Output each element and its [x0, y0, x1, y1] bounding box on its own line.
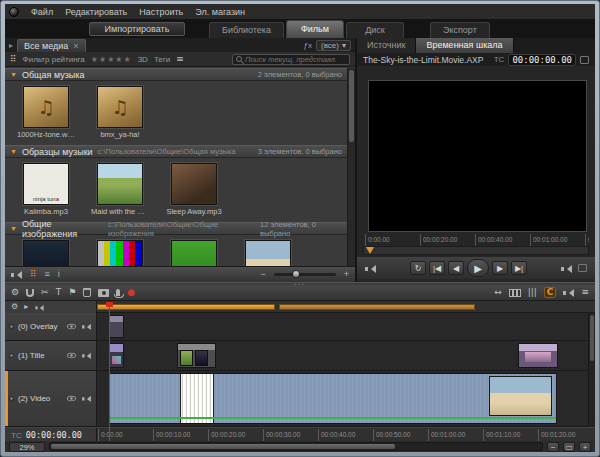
- media-item[interactable]: Sleep Away.mp3: [165, 163, 223, 216]
- list-view-icon[interactable]: ≡: [45, 270, 50, 279]
- volume-icon[interactable]: [561, 264, 572, 273]
- collection-tab-all-media[interactable]: Все медиа ×: [17, 39, 86, 52]
- track-visibility-eye-icon[interactable]: [67, 396, 76, 402]
- thumb-size-plus-icon[interactable]: +: [344, 270, 349, 279]
- collapse-icon[interactable]: ▼: [10, 71, 17, 78]
- preview-audio-icon[interactable]: [11, 270, 22, 279]
- cached-range-segment[interactable]: [97, 304, 275, 310]
- navigate-arrows-icon[interactable]: ↔: [494, 288, 502, 297]
- album-art-thumbnail[interactable]: [97, 163, 143, 205]
- filter-list-icon[interactable]: ≡: [176, 55, 184, 64]
- step-forward-button[interactable]: ▶: [492, 261, 508, 275]
- timeline-vscroll-thumb[interactable]: [590, 315, 594, 361]
- tab-movie[interactable]: Фильм: [286, 20, 344, 38]
- fullscreen-icon[interactable]: [580, 56, 589, 64]
- video-clip[interactable]: [109, 373, 557, 424]
- timeline-horizontal-scrollbar[interactable]: [49, 442, 543, 451]
- marker-flag-icon[interactable]: ⚑: [68, 288, 76, 297]
- track-mute-speaker-icon[interactable]: [82, 395, 91, 402]
- track-master-audio-icon[interactable]: [36, 304, 44, 311]
- media-item[interactable]: [165, 240, 223, 266]
- image-thumbnail[interactable]: [171, 240, 217, 266]
- track-visibility-eye-icon[interactable]: [67, 353, 76, 359]
- fx-filter-icon[interactable]: ƒx: [304, 41, 312, 50]
- menu-edit[interactable]: Редактировать: [65, 7, 127, 17]
- filter-3d-label[interactable]: 3D: [138, 55, 148, 64]
- section-header-common-images[interactable]: ▼ Общие изображения с:\Пользователи\Общи…: [5, 222, 355, 235]
- grid-view-icon[interactable]: ⠿: [30, 270, 37, 279]
- track-header-overlay[interactable]: (0) Overlay: [5, 313, 97, 340]
- thumb-size-slider[interactable]: [274, 273, 336, 276]
- track-expand-icon[interactable]: ▸: [24, 303, 28, 311]
- track-body-overlay[interactable]: [97, 313, 595, 340]
- trash-icon[interactable]: [83, 288, 91, 297]
- track-body-title[interactable]: [97, 341, 595, 370]
- section-header-sample-music[interactable]: ▼ Образцы музыки с:\Пользователи\Общие\О…: [5, 145, 355, 158]
- audio-mixer-icon[interactable]: |||: [528, 288, 537, 297]
- library-scrollbar-thumb[interactable]: [349, 70, 354, 142]
- tab-export[interactable]: Экспорт: [430, 22, 490, 38]
- track-body-video[interactable]: [97, 371, 595, 426]
- cached-range-segment[interactable]: [279, 304, 475, 310]
- image-thumbnail[interactable]: [97, 240, 143, 266]
- step-back-button[interactable]: ◀: [448, 261, 464, 275]
- image-thumbnail[interactable]: [245, 240, 291, 266]
- menu-file[interactable]: Файл: [31, 7, 53, 17]
- audio-thumbnail[interactable]: [97, 86, 143, 128]
- preview-timecode[interactable]: 00:00:00.00: [508, 54, 576, 66]
- tab-source[interactable]: Источник: [357, 38, 416, 53]
- timeline-playhead[interactable]: [109, 302, 110, 441]
- title-tool-icon[interactable]: T: [56, 288, 62, 297]
- timeline-volume-icon[interactable]: [563, 288, 574, 297]
- zoom-out-button[interactable]: −: [547, 442, 559, 452]
- image-thumbnail[interactable]: [23, 240, 69, 266]
- overlay-clip[interactable]: [109, 315, 124, 338]
- voiceover-mic-icon[interactable]: [116, 289, 120, 296]
- track-mute-speaker-icon[interactable]: [82, 352, 91, 359]
- video-clip-photo-section[interactable]: [489, 376, 552, 416]
- video-preview-area[interactable]: [368, 80, 587, 232]
- menu-store[interactable]: Эл. магазин: [195, 7, 245, 17]
- track-status-led[interactable]: [9, 353, 14, 358]
- thumb-size-slider-knob[interactable]: [292, 270, 300, 278]
- timeline-ruler[interactable]: ТС 00:00:00.00 0:00.00 00:00:10.00 00:00…: [5, 427, 595, 441]
- loop-button[interactable]: ↻: [410, 261, 426, 275]
- filter-tags-label[interactable]: Теги: [154, 55, 170, 64]
- media-item[interactable]: [91, 240, 149, 266]
- timeline-menu-icon[interactable]: ≡: [581, 288, 589, 297]
- audio-thumbnail[interactable]: [23, 86, 69, 128]
- title-clip[interactable]: [177, 343, 216, 368]
- title-clip[interactable]: [109, 343, 124, 368]
- tab-disc[interactable]: Диск: [346, 22, 404, 38]
- track-visibility-eye-icon[interactable]: [67, 324, 76, 330]
- play-button[interactable]: ▶: [467, 259, 489, 277]
- section-header-common-music[interactable]: ▼ Общая музыка 2 элементов, 0 выбрано: [5, 68, 355, 81]
- zoom-in-button[interactable]: +: [579, 442, 591, 452]
- track-status-led[interactable]: [9, 324, 14, 329]
- app-icon[interactable]: [9, 7, 19, 17]
- fullscreen-toggle-icon[interactable]: [578, 264, 587, 272]
- menu-setup[interactable]: Настроить: [139, 7, 183, 17]
- preview-playhead-marker[interactable]: [366, 247, 374, 254]
- search-input[interactable]: [245, 55, 346, 64]
- record-marker-icon[interactable]: ●: [127, 288, 135, 297]
- view-mode-icon[interactable]: ⠿: [10, 55, 17, 64]
- timeline-hscroll-thumb[interactable]: [51, 444, 395, 449]
- razor-icon[interactable]: ✂: [41, 288, 49, 297]
- zoom-fit-button[interactable]: ▭: [563, 442, 575, 452]
- timeline-zoom-level[interactable]: 29%: [9, 442, 45, 452]
- timeline-settings-gear-icon[interactable]: ⚙: [11, 288, 19, 297]
- title-clip[interactable]: [518, 343, 558, 368]
- library-scrollbar[interactable]: [347, 68, 355, 266]
- snapshot-camera-icon[interactable]: [98, 289, 109, 297]
- preview-ruler[interactable]: 0:00.00 00:00:20.00 00:00:40.00 00:01:00…: [363, 234, 589, 246]
- tab-library[interactable]: Библиотека: [209, 22, 284, 38]
- audio-scrub-icon[interactable]: [365, 264, 376, 273]
- collection-tab-close-icon[interactable]: ×: [73, 40, 78, 52]
- collection-nav-icon[interactable]: ▸: [9, 41, 13, 50]
- rating-stars[interactable]: ★★★★★: [91, 55, 132, 64]
- media-item[interactable]: ninja tuna Kalimba.mp3: [17, 163, 75, 216]
- media-item[interactable]: Maid with the Flax...: [91, 163, 149, 216]
- media-item[interactable]: [17, 240, 75, 266]
- info-icon[interactable]: i: [58, 270, 60, 279]
